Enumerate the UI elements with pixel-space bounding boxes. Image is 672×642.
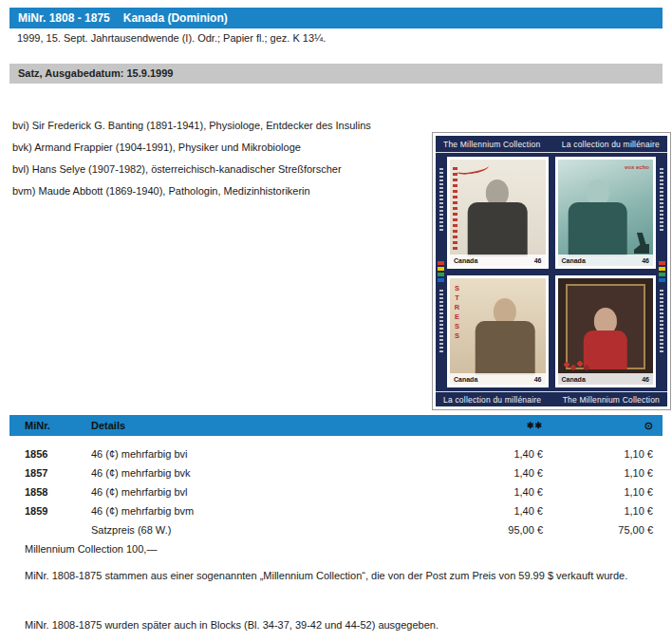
souvenir-sheet-image: The Millennium Collection La collection … bbox=[432, 132, 671, 410]
sheet-stamp-grid: Canada 46 vox echo Canada 46 bbox=[447, 157, 656, 387]
sheet-header-right: La collection du millénaire bbox=[562, 140, 660, 149]
banting-portrait: Canada 46 bbox=[450, 160, 546, 266]
cell-mint-price: 1,40 € bbox=[439, 448, 543, 460]
stamp-value: 46 bbox=[642, 257, 649, 264]
cell-mint-price: 1,40 € bbox=[439, 467, 543, 479]
color-registration-marks bbox=[659, 261, 665, 282]
description-bvi: bvi) Sir Frederick G. Banting (1891-1941… bbox=[12, 115, 435, 137]
stress-text: STRESS bbox=[453, 284, 461, 341]
sheet-footer-right: The Millennium Collection bbox=[563, 395, 660, 405]
color-registration-marks bbox=[438, 261, 444, 282]
cell-minr: 1857 bbox=[25, 467, 91, 479]
stamp-caption: Canada 46 bbox=[450, 255, 546, 266]
cell-mint-price: 1,40 € bbox=[439, 505, 543, 517]
stamp-value: 46 bbox=[642, 376, 649, 383]
price-table-body: 1856 46 (¢) mehrfarbig bvi 1,40 € 1,10 €… bbox=[9, 444, 663, 558]
sheet-header-left: The Millennium Collection bbox=[443, 140, 540, 149]
stamp-country: Canada bbox=[454, 376, 477, 383]
stamp-value: 46 bbox=[534, 376, 542, 383]
sheet-header: The Millennium Collection La collection … bbox=[436, 136, 667, 153]
mint-never-hinged-icon: ✱✱ bbox=[439, 421, 543, 430]
catalog-page: MiNr. 1808 - 1875Kanada (Dominion) 1999,… bbox=[0, 0, 672, 642]
cell-minr: 1856 bbox=[25, 448, 91, 460]
satzpreis-row: Satzpreis (68 W.) 95,00 € 75,00 € bbox=[9, 520, 663, 539]
cell-used-price: 1,10 € bbox=[543, 505, 653, 517]
selye-portrait: STRESS Canada 46 bbox=[450, 278, 546, 385]
stamp-frappier: vox echo Canada 46 bbox=[555, 157, 657, 269]
frappier-figure bbox=[569, 179, 627, 256]
microscope-icon bbox=[634, 233, 649, 254]
banting-figure bbox=[468, 179, 527, 256]
vox-echo-text: vox echo bbox=[625, 164, 649, 171]
cell-details: 46 (¢) mehrfarbig bvi bbox=[91, 448, 439, 460]
stamp-caption: Canada 46 bbox=[558, 255, 654, 266]
cell-details: 46 (¢) mehrfarbig bvl bbox=[91, 486, 439, 498]
stamp-country: Canada bbox=[562, 376, 586, 383]
signature-mark bbox=[456, 161, 489, 176]
sheet-footer: La collection du millénaire The Millenni… bbox=[436, 391, 667, 406]
roses-decoration bbox=[561, 359, 593, 372]
column-details: Details bbox=[91, 420, 439, 431]
issue-subtitle: 1999, 15. Sept. Jahrtausendwende (I). Od… bbox=[17, 32, 326, 44]
frappier-portrait: vox echo Canada 46 bbox=[558, 160, 654, 266]
note-blocks-issue: MiNr. 1808-1875 wurden später auch in Bl… bbox=[25, 617, 640, 633]
cell-used-price: 1,10 € bbox=[543, 486, 653, 498]
cell-minr: 1859 bbox=[25, 505, 91, 517]
stamp-caption: Canada 46 bbox=[558, 373, 654, 385]
table-row: 1859 46 (¢) mehrfarbig bvm 1,40 € 1,10 € bbox=[9, 501, 663, 520]
note-collection-origin: MiNr. 1808-1875 stammen aus einer sogena… bbox=[25, 568, 632, 584]
used-cancel-icon: ⊙ bbox=[543, 420, 653, 432]
cell-used-price: 1,10 € bbox=[543, 467, 653, 479]
stamp-country: Canada bbox=[454, 257, 477, 264]
page-title-range: MiNr. 1808 - 1875 bbox=[18, 11, 110, 25]
stamp-abbott: Canada 46 bbox=[555, 275, 657, 387]
section-bar: Satz, Ausgabedatum: 15.9.1999 bbox=[9, 64, 663, 84]
description-bvl: bvl) Hans Selye (1907-1982), österreichi… bbox=[12, 159, 435, 180]
satzpreis-used-price: 75,00 € bbox=[543, 524, 653, 536]
stamp-descriptions: bvi) Sir Frederick G. Banting (1891-1941… bbox=[12, 115, 435, 202]
table-row: 1857 46 (¢) mehrfarbig bvk 1,40 € 1,10 € bbox=[9, 463, 663, 482]
satzpreis-mint-price: 95,00 € bbox=[439, 524, 543, 536]
column-minr: MiNr. bbox=[25, 420, 91, 431]
selye-figure bbox=[476, 298, 534, 375]
price-table-header: MiNr. Details ✱✱ ⊙ bbox=[9, 415, 663, 436]
cell-used-price: 1,10 € bbox=[543, 448, 653, 460]
millennium-collection-price: Millennium Collection 100,— bbox=[9, 539, 663, 558]
side-caption bbox=[439, 290, 443, 354]
cell-minr: 1858 bbox=[25, 486, 91, 498]
cell-details: 46 (¢) mehrfarbig bvm bbox=[91, 505, 439, 517]
table-row: 1858 46 (¢) mehrfarbig bvl 1,40 € 1,10 € bbox=[9, 482, 663, 501]
side-caption bbox=[660, 168, 663, 233]
stamp-caption: Canada 46 bbox=[450, 373, 546, 385]
page-title-bar: MiNr. 1808 - 1875Kanada (Dominion) bbox=[9, 8, 663, 28]
cell-details: 46 (¢) mehrfarbig bvk bbox=[91, 467, 439, 479]
abbott-portrait: Canada 46 bbox=[558, 278, 654, 385]
side-caption bbox=[439, 168, 443, 233]
table-row: 1856 46 (¢) mehrfarbig bvi 1,40 € 1,10 € bbox=[9, 444, 663, 463]
stamp-value: 46 bbox=[534, 257, 542, 264]
sheet-footer-left: La collection du millénaire bbox=[443, 395, 541, 405]
side-caption bbox=[660, 290, 663, 354]
stamp-banting: Canada 46 bbox=[447, 157, 549, 269]
cell-mint-price: 1,40 € bbox=[439, 486, 543, 498]
stamp-selye: STRESS Canada 46 bbox=[447, 275, 549, 387]
page-title-country: Kanada (Dominion) bbox=[123, 11, 228, 25]
description-bvk: bvk) Armand Frappier (1904-1991), Physik… bbox=[12, 137, 435, 159]
stamp-country: Canada bbox=[562, 257, 586, 264]
description-bvm: bvm) Maude Abbott (1869-1940), Pathologi… bbox=[12, 180, 435, 202]
satzpreis-label: Satzpreis (68 W.) bbox=[91, 524, 439, 536]
sheet-background: The Millennium Collection La collection … bbox=[436, 136, 667, 406]
